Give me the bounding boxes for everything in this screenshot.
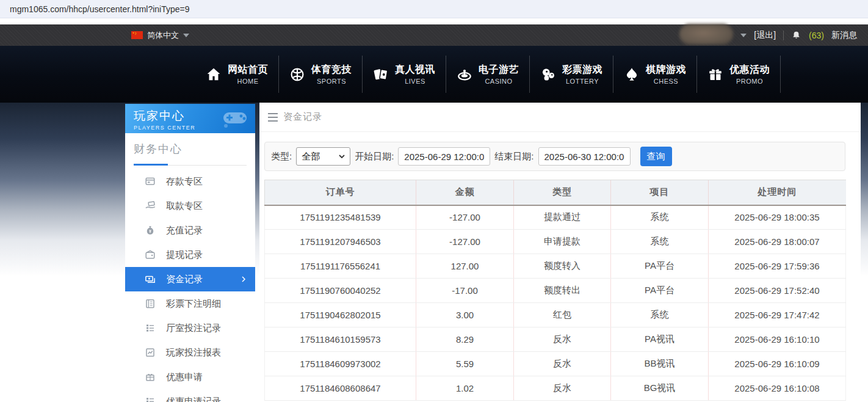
cell-amount: -127.00 xyxy=(416,205,514,230)
end-date-input[interactable] xyxy=(538,147,631,166)
cell-time: 2025-06-29 16:10:08 xyxy=(709,376,846,401)
message-count[interactable]: (63) xyxy=(809,31,824,40)
cell-project: 系统 xyxy=(611,230,709,254)
hamburger-icon xyxy=(268,113,278,122)
browser-url-bar[interactable]: mgm1065.com/hhcp/usercenter.html?iniType… xyxy=(0,0,868,18)
cell-order-no: 1751184609973002 xyxy=(265,352,416,376)
chevron-right-icon xyxy=(240,276,247,283)
cell-type: 反水 xyxy=(514,327,611,352)
sidebar-item-label: 优惠申请记录 xyxy=(166,396,221,402)
type-select[interactable]: 全部 xyxy=(296,147,350,166)
nav-item[interactable]: 电子游艺 CASINO xyxy=(446,56,530,93)
cell-order-no: 1751191207946503 xyxy=(265,230,416,254)
table-header-cell: 处理时间 xyxy=(709,180,846,205)
sidebar: 玩家中心 PLAYERS CENTER 财务中心 存款专区 取款专区 xyxy=(125,104,255,402)
nav-item-title: 优惠活动 xyxy=(729,64,770,76)
sidebar-item[interactable]: 充值记录 xyxy=(125,218,255,243)
cell-amount: 3.00 xyxy=(416,303,514,327)
sidebar-item-label: 厅室投注记录 xyxy=(166,323,221,334)
finance-section: 财务中心 xyxy=(125,133,255,166)
nav-item-subtitle: LOTTERY xyxy=(562,78,602,85)
nav-item[interactable]: 棋牌游戏 CHESS xyxy=(613,56,697,93)
nav-item[interactable]: 真人视讯 LIVES xyxy=(363,56,446,93)
cell-order-no: 1751191235481539 xyxy=(265,205,416,230)
bell-icon[interactable] xyxy=(791,30,801,41)
cell-amount: -127.00 xyxy=(416,230,514,254)
end-date-label: 结束日期: xyxy=(494,151,533,163)
table-header-row: 订单号 金额 类型 项目 处理时间 xyxy=(265,180,846,205)
nav-item[interactable]: 网站首页 HOME xyxy=(195,56,279,93)
sidebar-item-label: 彩票下注明细 xyxy=(166,298,221,310)
page-title: 资金记录 xyxy=(283,111,322,123)
cell-time: 2025-06-29 17:52:40 xyxy=(709,279,846,303)
home-icon xyxy=(206,67,222,82)
user-group: [退出] (63) 新消息 xyxy=(679,25,857,46)
sidebar-item-label: 玩家投注报表 xyxy=(166,347,221,359)
filter-bar: 类型: 全部 开始日期: 结束日期: 查询 xyxy=(264,142,845,171)
search-button[interactable]: 查询 xyxy=(640,147,672,166)
roulette-icon xyxy=(457,67,472,82)
nav-item-title: 彩票游戏 xyxy=(562,64,602,76)
cell-order-no: 1751190760040252 xyxy=(265,279,416,303)
page-url[interactable]: mgm1065.com/hhcp/usercenter.html?iniType… xyxy=(10,4,190,14)
cell-type: 提款通过 xyxy=(514,205,611,230)
cell-project: 系统 xyxy=(611,303,709,327)
nav-item-subtitle: HOME xyxy=(228,78,268,85)
sidebar-item-label: 取款专区 xyxy=(166,200,203,212)
cell-time: 2025-06-29 17:59:36 xyxy=(709,254,846,279)
cell-amount: 8.29 xyxy=(416,327,514,352)
sidebar-item[interactable]: 存款专区 xyxy=(125,169,255,194)
new-messages-link[interactable]: 新消息 xyxy=(831,30,857,41)
hall-bet-record-icon xyxy=(145,323,156,334)
username-blurred[interactable] xyxy=(679,24,733,45)
type-label: 类型: xyxy=(271,151,292,163)
cell-type: 申请提款 xyxy=(514,230,611,254)
nav-item[interactable]: 优惠活动 PROMO xyxy=(697,56,781,93)
nav-item-title: 真人视讯 xyxy=(395,64,435,76)
table-header-cell: 订单号 xyxy=(265,180,416,205)
withdraw-icon xyxy=(145,200,156,211)
section-rule xyxy=(134,164,247,166)
table-row: 1751191207946503 -127.00 申请提款 系统 2025-06… xyxy=(265,230,846,254)
china-flag-icon xyxy=(131,31,143,39)
sidebar-item[interactable]: 优惠申请记录 xyxy=(125,389,255,402)
sidebar-menu: 存款专区 取款专区 充值记录 xyxy=(125,169,255,402)
sidebar-item[interactable]: 资金记录 xyxy=(125,267,255,291)
section-title: 财务中心 xyxy=(134,142,247,156)
nav-item[interactable]: 彩票游戏 LOTTERY xyxy=(530,56,613,93)
table-row: 1751190462802015 3.00 红包 系统 2025-06-29 1… xyxy=(265,303,846,327)
sidebar-item[interactable]: 优惠申请 xyxy=(125,365,255,389)
deposit-icon xyxy=(145,176,156,187)
cell-time: 2025-06-29 18:00:35 xyxy=(709,205,846,230)
sidebar-item[interactable]: 玩家投注报表 xyxy=(125,340,255,365)
spade-icon xyxy=(624,67,640,82)
table-row: 1751184610159573 8.29 反水 PA视讯 2025-06-29… xyxy=(265,327,846,352)
language-selector[interactable]: 简体中文 xyxy=(131,30,189,41)
sidebar-item-label: 充值记录 xyxy=(166,225,203,236)
table-row: 1751190760040252 -17.00 额度转出 PA平台 2025-0… xyxy=(265,279,846,303)
chevron-down-icon[interactable] xyxy=(740,34,747,37)
lottery-balls-icon xyxy=(540,67,556,82)
logout-button[interactable]: [退出] xyxy=(754,30,776,41)
cell-project: PA平台 xyxy=(611,279,709,303)
sidebar-item[interactable]: 提现记录 xyxy=(125,243,255,267)
cell-type: 反水 xyxy=(514,352,611,376)
nav-item-subtitle: PROMO xyxy=(729,78,770,85)
start-date-label: 开始日期: xyxy=(355,151,394,163)
nav-item-subtitle: CHESS xyxy=(646,78,686,85)
chevron-down-icon xyxy=(339,155,345,158)
table-header-cell: 类型 xyxy=(514,180,611,205)
nav-item-title: 棋牌游戏 xyxy=(646,64,686,76)
table-row: 1751191235481539 -127.00 提款通过 系统 2025-06… xyxy=(265,205,846,230)
start-date-input[interactable] xyxy=(398,147,490,166)
nav-item[interactable]: 体育竞技 SPORTS xyxy=(279,56,363,93)
sidebar-item[interactable]: 厅室投注记录 xyxy=(125,316,255,340)
promo-apply-icon xyxy=(145,371,156,382)
cell-project: 系统 xyxy=(611,205,709,230)
sidebar-item-label: 提现记录 xyxy=(166,249,203,261)
breadcrumb: 资金记录 xyxy=(259,103,861,132)
nav-item-subtitle: SPORTS xyxy=(311,78,352,85)
sports-ball-icon xyxy=(289,67,305,82)
sidebar-item[interactable]: 彩票下注明细 xyxy=(125,291,255,316)
sidebar-item[interactable]: 取款专区 xyxy=(125,194,255,218)
